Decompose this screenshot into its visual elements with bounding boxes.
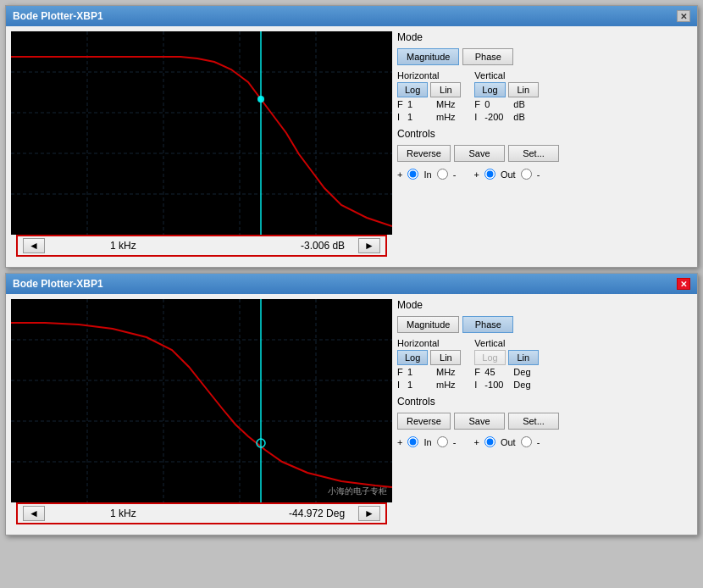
- close-button1[interactable]: ✕: [677, 10, 690, 22]
- io-in-label1: In: [423, 169, 431, 180]
- h-i-unit2: mHz: [436, 380, 460, 390]
- vertical-section2: Vertical Log Lin F 45 Deg I -100 Deg: [474, 338, 538, 391]
- magnitude-btn2[interactable]: Magnitude: [397, 316, 459, 333]
- arrow-left1[interactable]: ◄: [23, 238, 45, 253]
- v-f-row2: F 45 Deg: [474, 367, 538, 377]
- in-radio1-2[interactable]: [407, 436, 418, 447]
- io-minus2-1: -: [537, 169, 540, 180]
- io-plus2-2: +: [473, 437, 479, 447]
- titlebar2: Bode Plotter-XBP1 ✕: [6, 274, 697, 294]
- phase-btn1[interactable]: Phase: [462, 48, 513, 65]
- window1-content: ◄ 1 kHz -3.006 dB ► Mode Magnitude Phase…: [6, 26, 697, 267]
- out-radio2-2[interactable]: [521, 436, 532, 447]
- vertical-section1: Vertical Log Lin F 0 dB I -200 dB: [474, 70, 538, 123]
- out-radio1[interactable]: [484, 169, 495, 180]
- magnitude-btn1[interactable]: Magnitude: [397, 48, 459, 65]
- controls-label2: Controls: [397, 396, 692, 408]
- h-f-row1: F 1 MHz: [397, 99, 461, 109]
- titlebar1: Bode Plotter-XBP1 ✕: [6, 6, 697, 26]
- v-i-unit1: dB: [513, 112, 537, 122]
- h-i-row1: I 1 mHz: [397, 112, 461, 122]
- status-freq1: 1 kHz: [52, 240, 195, 252]
- h-f-label1: F: [397, 99, 404, 109]
- arrow-left2[interactable]: ◄: [23, 506, 45, 521]
- out-radio1-2[interactable]: [484, 436, 495, 447]
- set-btn2[interactable]: Set...: [508, 413, 559, 430]
- controls-label1: Controls: [397, 128, 692, 140]
- h-i-label2: I: [397, 380, 404, 390]
- io-out-label1: Out: [501, 169, 516, 180]
- h-btn-row2: Log Lin: [397, 350, 461, 365]
- mode-label2: Mode: [397, 299, 692, 311]
- h-f-unit2: MHz: [436, 367, 460, 377]
- arrow-right1[interactable]: ►: [358, 238, 380, 253]
- mode-buttons1: Magnitude Phase: [397, 48, 692, 65]
- save-btn1[interactable]: Save: [454, 145, 505, 162]
- h-lin-btn2[interactable]: Lin: [430, 350, 461, 365]
- v-f-row1: F 0 dB: [474, 99, 538, 109]
- io-row2: + In - + Out -: [397, 435, 692, 449]
- horizontal-section2: Horizontal Log Lin F 1 MHz I 1 mHz: [397, 338, 461, 391]
- plot2: 小海的电子专柜: [11, 299, 392, 502]
- mode-buttons2: Magnitude Phase: [397, 316, 692, 333]
- h-f-unit1: MHz: [436, 99, 460, 109]
- v-log-btn2: Log: [474, 350, 505, 365]
- reverse-btn1[interactable]: Reverse: [397, 145, 451, 162]
- io-minus1-2: -: [453, 437, 457, 447]
- close-button2[interactable]: ✕: [677, 278, 690, 290]
- v-f-value2: 45: [484, 367, 510, 377]
- h-i-value1: 1: [407, 112, 433, 122]
- in-radio1[interactable]: [407, 169, 418, 180]
- vertical-label1: Vertical: [474, 70, 538, 80]
- io-in-label2: In: [423, 437, 431, 447]
- h-log-btn2[interactable]: Log: [397, 350, 428, 365]
- arrow-right2[interactable]: ►: [358, 506, 380, 521]
- io-row1: + In - + Out -: [397, 167, 692, 181]
- svg-point-9: [257, 96, 264, 103]
- h-log-btn1[interactable]: Log: [397, 82, 428, 97]
- vertical-label2: Vertical: [474, 338, 538, 348]
- v-log-btn1[interactable]: Log: [474, 82, 505, 97]
- v-f-label1: F: [474, 99, 481, 109]
- io-plus1-2: +: [397, 437, 402, 447]
- v-i-label2: I: [474, 380, 481, 390]
- v-f-unit2: Deg: [513, 367, 537, 377]
- set-btn1[interactable]: Set...: [508, 145, 559, 162]
- v-btn-row1: Log Lin: [474, 82, 538, 97]
- save-btn2[interactable]: Save: [454, 413, 505, 430]
- phase-btn2[interactable]: Phase: [462, 316, 513, 333]
- h-f-value2: 1: [407, 367, 433, 377]
- controls2: Mode Magnitude Phase Horizontal Log Lin …: [397, 299, 692, 530]
- v-i-row1: I -200 dB: [474, 112, 538, 122]
- in-radio2-2[interactable]: [437, 436, 448, 447]
- horizontal-label2: Horizontal: [397, 338, 461, 348]
- h-i-row2: I 1 mHz: [397, 380, 461, 390]
- window2-title: Bode Plotter-XBP1: [13, 278, 103, 290]
- window2: Bode Plotter-XBP1 ✕: [5, 273, 698, 535]
- io-minus1-1: -: [453, 169, 457, 180]
- window1-title: Bode Plotter-XBP1: [13, 10, 103, 22]
- v-lin-btn1[interactable]: Lin: [508, 82, 539, 97]
- h-i-unit1: mHz: [436, 112, 460, 122]
- v-btn-row2: Log Lin: [474, 350, 538, 365]
- status-bar2: ◄ 1 kHz -44.972 Deg ►: [16, 502, 387, 524]
- v-lin-btn2[interactable]: Lin: [508, 350, 539, 365]
- window2-content: 小海的电子专柜 ◄ 1 kHz -44.972 Deg ► Mode Magni…: [6, 294, 697, 535]
- v-i-unit2: Deg: [513, 380, 537, 390]
- out-radio2[interactable]: [521, 169, 532, 180]
- h-f-row2: F 1 MHz: [397, 367, 461, 377]
- status-value2: -44.972 Deg: [202, 508, 345, 519]
- controls1: Mode Magnitude Phase Horizontal Log Lin …: [397, 31, 692, 262]
- plot1: [11, 31, 392, 235]
- io-plus1-1: +: [397, 169, 402, 180]
- status-bar1: ◄ 1 kHz -3.006 dB ►: [16, 235, 387, 257]
- hv-row2: Horizontal Log Lin F 1 MHz I 1 mHz: [397, 338, 692, 391]
- h-f-label2: F: [397, 367, 404, 377]
- hv-row1: Horizontal Log Lin F 1 MHz I 1 mHz: [397, 70, 692, 123]
- horizontal-label1: Horizontal: [397, 70, 461, 80]
- v-i-row2: I -100 Deg: [474, 380, 538, 390]
- reverse-btn2[interactable]: Reverse: [397, 413, 451, 430]
- h-lin-btn1[interactable]: Lin: [430, 82, 461, 97]
- in-radio2[interactable]: [437, 169, 448, 180]
- status-value1: -3.006 dB: [202, 240, 345, 252]
